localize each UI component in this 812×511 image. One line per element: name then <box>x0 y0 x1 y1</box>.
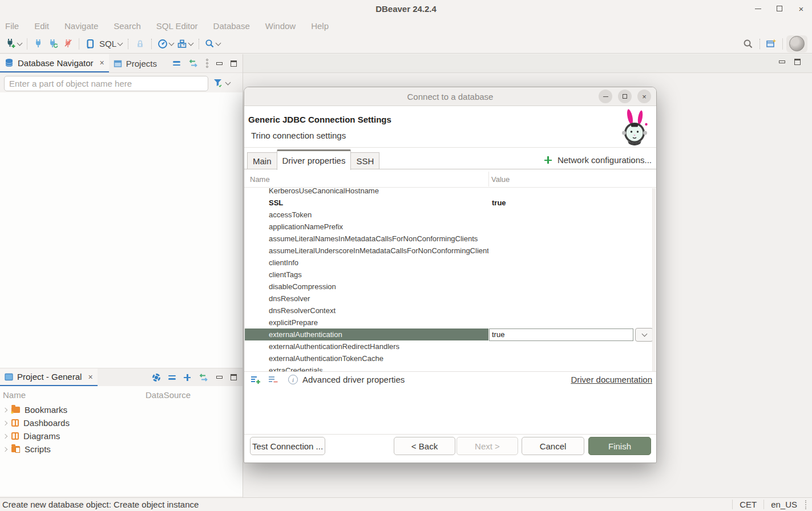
tab-label: SSH <box>356 156 374 166</box>
tree-item-scripts[interactable]: Scripts <box>0 443 243 456</box>
property-row[interactable]: disableCompression <box>245 281 656 293</box>
column-datasource[interactable]: DataSource <box>146 390 191 400</box>
statusbar-grip[interactable] <box>805 500 806 509</box>
expand-all-icon[interactable] <box>184 374 191 381</box>
cancel-button[interactable]: Cancel <box>522 437 584 455</box>
data-transfer-button[interactable] <box>175 36 195 51</box>
open-view-button[interactable] <box>764 36 779 51</box>
maximize-view-icon[interactable] <box>231 374 237 380</box>
locale-indicator[interactable]: en_US <box>763 500 804 509</box>
property-row[interactable]: assumeLiteralUnderscoreInMetadataCallsFo… <box>245 245 656 257</box>
tree-item-bookmarks[interactable]: Bookmarks <box>0 403 243 416</box>
expand-chevron-icon[interactable] <box>3 407 7 412</box>
minimize-view-icon[interactable] <box>216 62 223 65</box>
user-account-button[interactable] <box>786 35 807 52</box>
property-row[interactable]: accessToken <box>245 209 656 221</box>
tab-ssh[interactable]: SSH <box>350 152 379 169</box>
minimize-view-icon[interactable] <box>779 60 785 63</box>
network-configurations-button[interactable]: Network configurations... <box>544 155 652 165</box>
object-filter-input[interactable] <box>4 76 208 91</box>
close-tab-icon[interactable]: × <box>88 372 92 382</box>
property-row[interactable]: SSLtrue <box>245 197 656 209</box>
disconnect-button[interactable] <box>60 36 75 51</box>
close-tab-icon[interactable]: × <box>100 58 104 67</box>
new-sql-editor-button[interactable] <box>83 36 98 51</box>
global-search-button[interactable] <box>741 36 756 51</box>
test-connection-button[interactable]: Test Connection ... <box>250 437 325 455</box>
filter-settings-button[interactable] <box>213 79 230 88</box>
driver-documentation-link[interactable]: Driver documentation <box>571 375 652 384</box>
dialog-maximize-button[interactable] <box>618 90 632 103</box>
window-close-button[interactable]: × <box>794 2 809 15</box>
menu-sql-editor[interactable]: SQL Editor <box>156 21 198 31</box>
property-row[interactable]: externalAuthenticationRedirectHandlers <box>245 340 656 352</box>
menu-file[interactable]: File <box>5 21 19 31</box>
reconnect-button[interactable] <box>46 36 60 51</box>
property-row[interactable]: dnsResolver <box>245 293 656 305</box>
menu-navigate[interactable]: Navigate <box>64 21 98 31</box>
add-property-button[interactable] <box>250 375 261 384</box>
finish-button[interactable]: Finish <box>588 437 651 455</box>
property-row[interactable]: externalAuthenticationTokenCache <box>245 352 656 364</box>
tree-item-dashboards[interactable]: Dashboards <box>0 416 243 429</box>
tab-projects[interactable]: Projects <box>109 54 161 72</box>
project-icon <box>5 373 13 381</box>
new-connection-button[interactable] <box>3 36 23 51</box>
property-row[interactable]: extraCredentials <box>245 364 656 371</box>
chevron-down-icon <box>118 40 123 46</box>
tab-driver-properties[interactable]: Driver properties <box>277 149 352 170</box>
maximize-view-icon[interactable] <box>231 60 237 67</box>
column-name[interactable]: Name <box>250 175 270 184</box>
connect-button[interactable] <box>31 36 46 51</box>
dashboard-button[interactable] <box>156 36 175 51</box>
collapse-all-icon[interactable] <box>168 375 176 380</box>
value-dropdown-button[interactable] <box>635 328 653 342</box>
property-value-input[interactable] <box>489 328 633 341</box>
sql-dropdown-button[interactable]: SQL <box>98 36 124 51</box>
dialog-close-button[interactable]: × <box>637 90 651 103</box>
window-minimize-button[interactable] <box>750 2 765 15</box>
view-menu-icon[interactable] <box>206 59 208 68</box>
tab-main[interactable]: Main <box>247 152 277 169</box>
menu-help[interactable]: Help <box>311 21 329 31</box>
link-with-editor-icon[interactable] <box>188 59 198 67</box>
expand-chevron-icon[interactable] <box>3 433 7 438</box>
search-button[interactable] <box>203 36 222 51</box>
table-scrollbar[interactable] <box>652 188 656 371</box>
menu-database[interactable]: Database <box>213 21 250 31</box>
property-row[interactable]: assumeLiteralNamesInMetadataCallsForNonC… <box>245 233 656 245</box>
dashboards-icon <box>11 419 19 427</box>
data-transfer-icon <box>177 39 187 49</box>
minimize-view-icon[interactable] <box>216 376 223 379</box>
collapse-all-icon[interactable] <box>173 61 180 66</box>
maximize-view-icon[interactable] <box>794 59 801 65</box>
menu-search[interactable]: Search <box>114 21 141 31</box>
remove-property-button[interactable] <box>268 375 278 384</box>
timezone-indicator[interactable]: CET <box>732 500 763 509</box>
window-maximize-button[interactable] <box>772 2 787 15</box>
dialog-minimize-button[interactable] <box>599 90 612 103</box>
property-row[interactable]: externalAuthentication <box>245 328 656 340</box>
auto-commit-button[interactable] <box>132 36 147 51</box>
link-with-editor-icon[interactable] <box>199 374 208 382</box>
chevron-down-icon <box>17 40 23 46</box>
properties-table: KerberosUseCanonicalHostnameSSLtrueacces… <box>245 188 656 371</box>
tab-database-navigator[interactable]: Database Navigator × <box>0 54 109 72</box>
tree-item-diagrams[interactable]: Diagrams <box>0 429 243 443</box>
menu-edit[interactable]: Edit <box>34 21 49 31</box>
column-name[interactable]: Name <box>0 390 146 400</box>
property-row[interactable]: dnsResolverContext <box>245 305 656 317</box>
property-row[interactable]: clientTags <box>245 269 656 281</box>
back-button[interactable]: < Back <box>394 437 455 455</box>
expand-chevron-icon[interactable] <box>3 420 7 425</box>
property-row[interactable]: KerberosUseCanonicalHostname <box>245 188 656 197</box>
property-row[interactable]: clientInfo <box>245 257 656 269</box>
property-row[interactable]: applicationNamePrefix <box>245 221 656 233</box>
column-value[interactable]: Value <box>491 175 510 184</box>
tab-project-general[interactable]: Project - General × <box>0 368 98 386</box>
property-row[interactable]: explicitPrepare <box>245 317 656 328</box>
menu-window[interactable]: Window <box>265 21 296 31</box>
navigator-tree-body[interactable] <box>0 92 243 368</box>
gear-icon[interactable] <box>152 374 160 382</box>
expand-chevron-icon[interactable] <box>3 447 7 451</box>
